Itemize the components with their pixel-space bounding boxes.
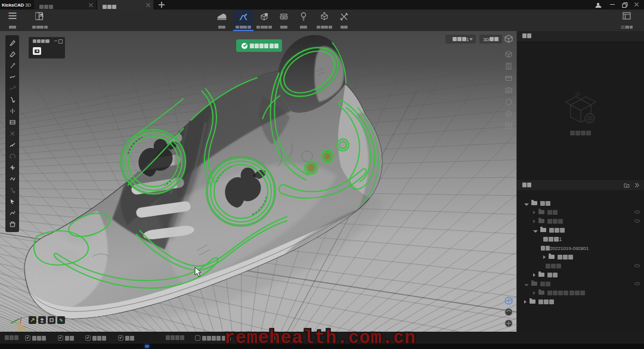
svg-text:remehealth.com.cn: remehealth.com.cn [224, 328, 416, 348]
